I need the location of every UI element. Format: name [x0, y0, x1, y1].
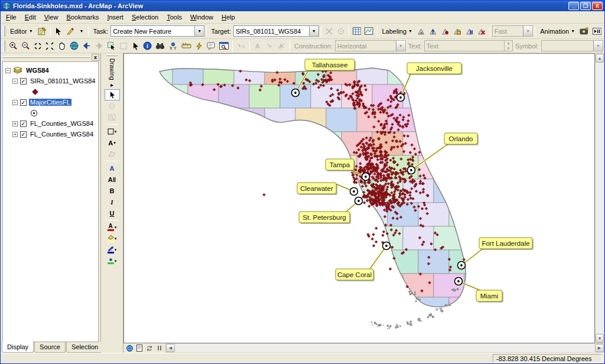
toolbar-grip[interactable]	[4, 41, 5, 51]
menu-item-file[interactable]: File	[2, 12, 21, 22]
select-elements-icon[interactable]	[129, 40, 141, 52]
menu-item-view[interactable]: View	[40, 12, 63, 22]
target-combo[interactable]: SIRs_081011_WGS84 ▼	[233, 25, 319, 37]
sketch-properties-icon[interactable]	[363, 25, 375, 37]
collapse-icon[interactable]: −	[12, 79, 18, 84]
zoom-in-icon[interactable]	[7, 40, 19, 52]
minimize-button[interactable]: _	[568, 2, 579, 10]
scroll-right-icon[interactable]: ▶	[595, 344, 604, 352]
tab-source[interactable]: Source	[34, 342, 66, 353]
layout-view-button[interactable]	[135, 344, 144, 352]
menu-item-insert[interactable]: Insert	[103, 12, 128, 22]
chevron-down-icon[interactable]: ▼	[194, 26, 204, 36]
animation-menu-button[interactable]: Animation ▼	[537, 25, 578, 37]
viewer-window-icon[interactable]	[217, 40, 230, 52]
fixed-zoom-in-icon[interactable]	[32, 40, 44, 52]
task-combo[interactable]: Create New Feature ▼	[110, 25, 204, 37]
animation-controls-icon[interactable]	[591, 25, 603, 37]
layer-checkbox[interactable]: ✓	[20, 78, 27, 84]
underline-button[interactable]: U	[105, 207, 120, 219]
full-extent-globe-icon[interactable]	[68, 40, 80, 52]
label-weight-icon[interactable]	[440, 25, 451, 37]
select-features-icon[interactable]	[105, 40, 118, 52]
tab-display[interactable]: Display	[2, 342, 34, 353]
layer-checkbox[interactable]: ✓	[20, 121, 27, 127]
go-to-xy-icon[interactable]: XY	[167, 40, 180, 52]
scroll-down-icon[interactable]: ▼	[596, 334, 604, 343]
tab-selection[interactable]: Selection	[66, 342, 103, 353]
collapse-icon[interactable]: −	[5, 68, 11, 73]
select-elements-icon[interactable]	[105, 89, 120, 100]
fixed-zoom-out-icon[interactable]	[44, 40, 56, 52]
fill-color-button[interactable]: ▾	[105, 233, 120, 244]
sketch-tool-dropdown[interactable]: ▼	[77, 25, 87, 37]
horizontal-scrollbar[interactable]: ◀ ▶	[165, 343, 604, 353]
menu-item-selection[interactable]: Selection	[128, 12, 162, 22]
identify-icon[interactable]: i	[141, 40, 154, 52]
scroll-up-icon[interactable]: ▲	[596, 54, 604, 63]
editor-menu-button[interactable]: Editor ▼	[7, 25, 36, 37]
toc-drag-handle[interactable]	[3, 56, 90, 58]
menu-item-window[interactable]: Window	[186, 12, 217, 22]
data-view-button[interactable]	[125, 344, 134, 352]
vertical-scrollbar[interactable]: ▲ ▼	[595, 53, 604, 343]
font-color-button[interactable]: A▾	[105, 222, 120, 233]
pan-hand-icon[interactable]	[56, 40, 68, 52]
labeling-menu-button[interactable]: Labeling ▼	[379, 25, 416, 37]
menu-item-help[interactable]: Help	[217, 12, 239, 22]
chevron-down-icon[interactable]: ▼	[309, 26, 318, 36]
html-popup-icon[interactable]	[205, 40, 217, 52]
toc-grip[interactable]: x	[1, 53, 100, 61]
new-rectangle-tool[interactable]: ▾	[105, 126, 120, 137]
toc-close-button[interactable]: x	[92, 54, 99, 61]
drawing-menu-button[interactable]: Drawing ▸	[109, 57, 115, 89]
layer-checkbox[interactable]: ✓	[20, 99, 27, 106]
label-priority-icon[interactable]	[427, 25, 439, 37]
florida-map[interactable]: TallahasseeJacksonvilleOrlandoTampaClear…	[124, 54, 594, 343]
menu-item-tools[interactable]: Tools	[162, 12, 186, 22]
back-extent-icon[interactable]	[80, 40, 93, 52]
map-canvas[interactable]: TallahasseeJacksonvilleOrlandoTampaClear…	[123, 53, 595, 343]
lock-labels-icon[interactable]	[451, 25, 463, 37]
menu-item-bookmarks[interactable]: Bookmarks	[62, 12, 103, 22]
new-text-tool[interactable]: A▾	[105, 137, 120, 148]
close-button[interactable]: X	[592, 2, 603, 10]
layer-checkbox[interactable]: ✓	[20, 131, 27, 138]
restore-button[interactable]: ❐	[580, 2, 591, 10]
circle-dot-symbol[interactable]	[31, 110, 37, 116]
collapse-icon[interactable]: −	[12, 100, 18, 105]
capture-view-camera-icon[interactable]	[578, 25, 590, 37]
text-size-button[interactable]: A‖	[105, 174, 120, 185]
scroll-left-icon[interactable]: ◀	[166, 344, 175, 352]
bold-button[interactable]: B	[105, 185, 120, 196]
line-color-button[interactable]: ▾	[105, 244, 120, 255]
menu-item-edit[interactable]: Edit	[21, 12, 40, 22]
marker-color-button[interactable]: ▾	[105, 255, 120, 266]
find-binoculars-icon[interactable]	[154, 40, 167, 52]
expand-icon[interactable]: +	[12, 132, 18, 137]
attributes-table-icon[interactable]	[351, 25, 363, 37]
refresh-view-button[interactable]	[145, 344, 154, 352]
layer-name-0[interactable]: SIRs_081011_WGS84	[29, 77, 96, 84]
layer-name-2[interactable]: FL_Counties_WGS84	[29, 120, 95, 127]
stop-labeling-icon[interactable]	[476, 25, 487, 37]
coordinate-readout: -83.828 30.415 Decimal Degrees	[493, 354, 602, 363]
edit-tool-arrow-icon[interactable]	[53, 25, 64, 37]
label-manager-icon[interactable]: a	[415, 25, 427, 37]
layer-name-1[interactable]: MajorCitiesFL	[29, 99, 71, 106]
pause-drawing-button[interactable]	[155, 344, 164, 352]
measure-icon[interactable]: 1 2	[180, 40, 193, 52]
toolbar-grip[interactable]	[106, 54, 118, 56]
layer-name-3[interactable]: FL_Counties_WGS84	[29, 131, 95, 138]
italic-button[interactable]: I	[105, 196, 120, 207]
zoom-out-icon[interactable]	[19, 40, 32, 52]
editing-windows-icon[interactable]	[36, 25, 48, 37]
hyperlink-lightning-icon[interactable]	[193, 40, 205, 52]
expand-icon[interactable]: +	[12, 121, 18, 126]
pause-labeling-icon[interactable]	[464, 25, 476, 37]
toolbar-grip[interactable]	[4, 26, 5, 37]
data-frame-name[interactable]: WGS84	[25, 67, 50, 74]
sketch-tool-pencil-icon[interactable]	[64, 25, 76, 37]
red-diamond-symbol[interactable]	[32, 89, 38, 95]
font-button[interactable]: A	[105, 162, 120, 174]
